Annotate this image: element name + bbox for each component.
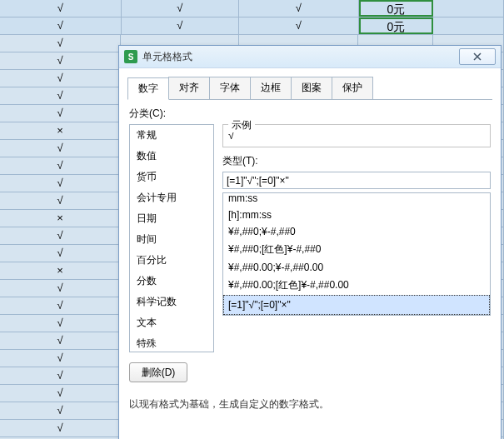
cell[interactable]: √ [0,52,121,69]
cell[interactable]: √ [0,17,122,34]
cell[interactable]: √ [122,17,240,34]
dialog-titlebar: S 单元格格式 [119,46,501,68]
format-item[interactable]: mm:ss [223,192,490,207]
cell[interactable]: √ [0,280,121,297]
cell[interactable]: √ [0,70,121,87]
cell[interactable]: √ [0,192,121,209]
format-item[interactable]: ¥#,##0;[红色]¥-#,##0 [223,240,490,259]
cell[interactable]: √ [0,367,121,384]
type-label: 类型(T): [222,154,491,168]
format-item[interactable]: [h]:mm:ss [223,207,490,223]
cell[interactable]: √ [0,420,121,437]
category-list[interactable]: 常规数值货币会计专用日期时间百分比分数科学记数文本特殊自定义 [129,124,214,352]
example-value: √ [228,127,485,142]
format-code-list[interactable]: mm:ss[h]:mm:ss¥#,##0;¥-#,##0¥#,##0;[红色]¥… [222,192,491,316]
cell[interactable]: √ [0,105,121,122]
category-item[interactable]: 日期 [130,208,213,229]
cell[interactable]: √ [0,0,122,17]
category-label: 分类(C): [129,107,491,121]
example-box: 示例 √ [222,124,491,147]
delete-button[interactable]: 删除(D) [129,362,187,382]
cell[interactable]: √ [0,350,121,367]
tab-1[interactable]: 对齐 [168,77,210,99]
cell[interactable]: √ [0,175,121,192]
table-row: √√√0元 [0,17,504,35]
app-icon: S [124,50,137,63]
format-item[interactable]: [=1]"√";[=0]"×" [223,295,490,315]
close-button[interactable] [459,48,496,65]
example-label: 示例 [228,118,255,132]
cell[interactable]: √ [0,35,121,52]
cell[interactable]: √ [0,157,121,174]
cell[interactable] [433,0,504,17]
cell-format-dialog: S 单元格格式 数字对齐字体边框图案保护 分类(C): 常规数值货币会计专用日期… [118,45,502,439]
cell[interactable]: √ [239,17,359,34]
dialog-title: 单元格格式 [142,50,192,64]
tab-2[interactable]: 字体 [209,77,251,99]
cell[interactable]: 0元 [359,17,434,34]
format-item[interactable]: ¥#,##0;¥-#,##0 [223,223,490,240]
category-item[interactable]: 货币 [130,167,213,187]
cell[interactable]: √ [0,140,121,157]
category-item[interactable]: 百分比 [130,250,213,271]
cell[interactable]: √ [0,245,121,262]
category-item[interactable]: 会计专用 [130,187,213,208]
category-item[interactable]: 文本 [130,312,213,333]
cell[interactable]: √ [0,297,121,314]
cell[interactable]: √ [122,0,240,17]
category-item[interactable]: 科学记数 [130,292,213,312]
hint-text: 以现有格式为基础，生成自定义的数字格式。 [129,397,491,412]
tab-0[interactable]: 数字 [127,77,169,100]
cell[interactable]: 0元 [359,0,434,17]
tab-3[interactable]: 边框 [250,77,292,99]
table-row: √√√0元 [0,0,504,17]
category-item[interactable]: 数值 [130,146,213,167]
format-item[interactable]: ¥#,##0.00;[红色]¥-#,##0.00 [223,276,490,295]
category-item[interactable]: 时间 [130,229,213,250]
tab-bar: 数字对齐字体边框图案保护 [127,77,492,100]
cell[interactable]: √ [0,402,121,419]
cell[interactable] [433,17,504,34]
cell[interactable]: × [0,122,121,139]
format-item[interactable]: ¥#,##0.00;¥-#,##0.00 [223,259,490,276]
category-item[interactable]: 分数 [130,271,213,292]
tab-4[interactable]: 图案 [291,77,332,99]
category-item[interactable]: 特殊 [130,333,213,352]
cell[interactable]: √ [0,227,121,244]
cell[interactable]: × [0,262,121,279]
cell[interactable]: √ [0,332,121,349]
close-icon [473,52,482,61]
cell[interactable]: √ [0,87,121,104]
cell[interactable]: √ [0,315,121,332]
category-item[interactable]: 常规 [130,125,213,146]
cell[interactable]: √ [239,0,359,17]
tab-5[interactable]: 保护 [332,77,373,99]
cell[interactable]: × [0,210,121,227]
dialog-body: 分类(C): 常规数值货币会计专用日期时间百分比分数科学记数文本特殊自定义 示例… [119,100,501,418]
cell[interactable]: √ [0,385,121,402]
type-input[interactable] [222,172,491,189]
